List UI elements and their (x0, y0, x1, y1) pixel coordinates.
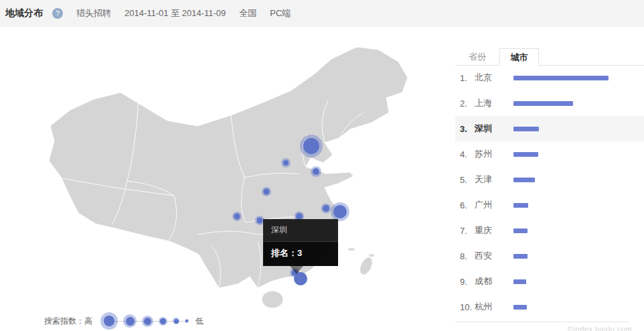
city-rank-row[interactable]: 9. 成都 (455, 269, 644, 294)
tooltip-arrow-icon (290, 266, 303, 274)
index-bar (513, 228, 528, 233)
index-bar (513, 254, 528, 259)
city-name: 广州 (475, 199, 513, 211)
rank-number: 2. (460, 98, 475, 109)
city-name: 深圳 (475, 123, 513, 135)
legend-high-label: 搜索指数：高 (44, 316, 92, 327)
legend-circle (100, 312, 118, 330)
city-rank-row[interactable]: 5. 天津 (455, 167, 644, 192)
watermark: ©index.baidu.com (568, 325, 632, 331)
taiwan-island (357, 255, 375, 277)
map-bubble[interactable] (264, 189, 270, 195)
legend-circle (185, 319, 189, 323)
city-rank-list: 1. 北京 2. 上海 3. 深圳 4. 苏州 5. 天津 (455, 65, 644, 320)
index-bar (513, 203, 528, 208)
map-tooltip: 深圳 排名：3 (263, 219, 338, 266)
rank-number: 9. (460, 277, 475, 287)
help-icon[interactable]: ? (52, 8, 63, 19)
city-rank-row[interactable]: 8. 西安 (455, 243, 644, 269)
tab-province[interactable]: 省份 (455, 48, 499, 65)
legend-circle-core (104, 316, 114, 326)
bubble-size-legend: 搜索指数：高 低 (44, 312, 204, 330)
city-rank-row[interactable]: 6. 广州 (455, 192, 644, 218)
legend-circle-core (174, 319, 179, 324)
header-bar: 地域分布 ? 猎头招聘 2014-11-01 至 2014-11-09 全国 P… (0, 0, 644, 27)
index-bar (513, 279, 526, 284)
keyword-label: 猎头招聘 (76, 7, 111, 19)
map-bubble[interactable] (333, 205, 347, 218)
legend-low-label: 低 (195, 316, 204, 327)
tab-city[interactable]: 城市 (499, 48, 539, 66)
city-name: 成都 (475, 275, 513, 287)
index-bar (513, 76, 609, 80)
legend-circle-core (160, 318, 166, 324)
index-bar (513, 101, 573, 106)
rank-number: 8. (460, 251, 475, 261)
city-rank-row-highlighted[interactable]: 3. 深圳 (455, 116, 644, 141)
tooltip-rank: 排名：3 (263, 242, 338, 266)
page-title: 地域分布 (5, 7, 43, 19)
index-bar (513, 305, 527, 310)
index-bar (513, 178, 535, 182)
rank-number: 1. (460, 73, 475, 83)
city-rank-row[interactable]: 7. 重庆 (455, 218, 644, 243)
index-bar (513, 127, 539, 131)
map-bubble[interactable] (303, 138, 319, 154)
legend-circle (173, 318, 179, 324)
city-name: 杭州 (475, 301, 513, 313)
region-label: 全国 (239, 7, 256, 19)
date-range-label: 2014-11-01 至 2014-11-09 (125, 7, 226, 19)
city-name: 西安 (475, 250, 513, 262)
rank-number: 6. (460, 200, 475, 210)
ranking-panel: 省份 城市 1. 北京 2. 上海 3. 深圳 4. 苏州 (455, 48, 644, 320)
legend-circle-core (126, 317, 135, 326)
legend-circle (159, 317, 167, 326)
city-name: 北京 (475, 72, 513, 84)
china-map-outline (49, 47, 408, 308)
map-bubble[interactable] (294, 272, 307, 285)
city-name: 上海 (475, 97, 513, 109)
city-rank-row[interactable]: 1. 北京 (455, 65, 644, 90)
panel-bottom-divider (455, 322, 629, 322)
legend-circle (123, 314, 137, 328)
hainan-island (262, 291, 283, 308)
rank-number: 4. (460, 149, 475, 159)
city-rank-row[interactable]: 10. 杭州 (455, 294, 644, 320)
tooltip-city-name: 深圳 (263, 219, 338, 242)
rank-number: 7. (460, 226, 475, 236)
legend-circle-core (144, 318, 151, 325)
legend-circle-core (185, 320, 188, 322)
map-bubble[interactable] (323, 205, 329, 212)
city-name: 苏州 (475, 148, 513, 160)
map-bubble[interactable] (257, 218, 263, 224)
map-bubble[interactable] (234, 214, 240, 220)
index-bar (513, 152, 538, 157)
map-bubble[interactable] (313, 168, 319, 175)
map-bubble[interactable] (283, 160, 289, 166)
city-name: 天津 (475, 174, 513, 186)
geo-distribution-page: 地域分布 ? 猎头招聘 2014-11-01 至 2014-11-09 全国 P… (0, 0, 644, 331)
rank-number: 5. (460, 175, 475, 185)
china-map (37, 34, 445, 315)
city-name: 重庆 (475, 224, 513, 237)
legend-circle (142, 316, 153, 327)
legend-circles (100, 312, 189, 330)
tab-bar: 省份 城市 (455, 48, 644, 66)
city-rank-row[interactable]: 4. 苏州 (455, 141, 644, 167)
rank-number: 3. (460, 124, 475, 134)
city-rank-row[interactable]: 2. 上海 (455, 90, 644, 116)
rank-number: 10. (460, 302, 475, 312)
platform-label: PC端 (270, 7, 291, 19)
